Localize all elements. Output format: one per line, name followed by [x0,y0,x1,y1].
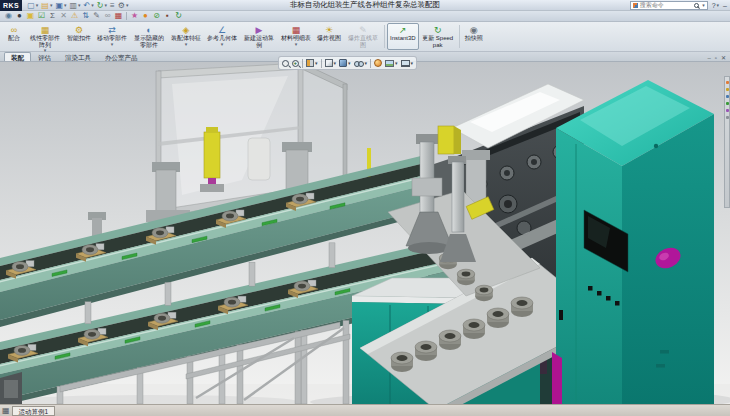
ribbon-button-材料明细表[interactable]: ▦材料明细表▾ [278,23,314,50]
minimize-button[interactable]: – [723,2,727,9]
save-icon[interactable]: ▣▾ [54,1,67,10]
control-cabinet[interactable] [552,80,714,404]
ribbon-button-label: 更新 Speedpak [422,35,454,48]
section-view-icon[interactable]: ▾ [306,59,318,67]
open-icon[interactable]: ▤▾ [40,1,53,10]
model-viewport[interactable] [0,62,730,404]
doc-minimize-icon[interactable]: – [707,55,710,61]
dropdown-arrow-icon[interactable]: ▾ [64,2,67,8]
dropdown-arrow-icon[interactable]: ▾ [91,2,94,8]
solidworks-logo: RKS [0,0,22,11]
edrawings-icon[interactable]: ⊘ [151,11,162,21]
tab-装配[interactable]: 装配 [4,52,31,61]
motion-manager-icon[interactable]: ★ [129,11,140,21]
ribbon-button-智能扣件[interactable]: ⚙智能扣件 [64,23,94,50]
tab-办公室产品[interactable]: 办公室产品 [98,52,145,61]
tab-评估[interactable]: 评估 [31,52,58,61]
screen-capture-icon[interactable]: ◉ [3,11,14,21]
ribbon-button-instant3d[interactable]: ↗Instant3D [387,23,419,50]
new-document-icon[interactable]: ▢▾ [26,1,39,10]
sustainability-icon[interactable]: ↻ [173,11,184,21]
ribbon-button-icon: ↻ [434,25,442,35]
dropdown-arrow-icon[interactable]: ▾ [126,2,129,8]
graphics-area[interactable]: ▾▾▾▾▾▾ [0,62,730,404]
dropdown-arrow-icon[interactable]: ▾ [221,42,224,46]
hide-show-items-icon[interactable]: ▾ [354,60,368,66]
dropdown-arrow-icon[interactable]: ▾ [365,60,368,66]
doc-restore-icon[interactable]: ▫ [715,55,717,61]
equations-icon[interactable]: Σ [47,11,58,21]
heads-up-view-toolbar: ▾▾▾▾▾▾ [278,56,417,70]
interference-detection-icon[interactable]: ⚠ [69,11,80,21]
doc-close-icon[interactable]: ✕ [721,54,726,61]
reorder-components-icon[interactable]: ⇅ [80,11,91,21]
print-icon[interactable]: ▥▾ [69,1,82,10]
ribbon-button-爆炸直线草图[interactable]: ✎爆炸直线草图 [344,23,382,50]
file-properties-icon[interactable]: ≡ [109,1,116,10]
tab-渲染工具[interactable]: 渲染工具 [58,52,98,61]
dropdown-arrow-icon[interactable]: ▾ [50,2,53,8]
dropdown-arrow-icon[interactable]: ▾ [334,60,337,66]
rebuild-icon[interactable]: ↻▾ [96,1,108,10]
search-dropdown-icon[interactable]: ▾ [702,2,705,8]
dropdown-arrow-icon[interactable]: ▾ [348,60,351,66]
dropdown-arrow-icon[interactable]: ▾ [111,42,114,46]
toolbox-icon[interactable]: ▪ [162,11,173,21]
view-settings-icon[interactable]: ▾ [401,60,414,67]
search-box[interactable]: ▾ [630,1,708,10]
dropdown-arrow-icon[interactable]: ▾ [315,60,318,66]
ribbon-button-装配体特征[interactable]: ◈装配体特征▾ [168,23,204,50]
zoom-fit-icon [282,60,289,67]
zoom-area-icon[interactable] [292,60,299,67]
ribbon-button-爆炸视图[interactable]: ☀爆炸视图 [314,23,344,50]
dropdown-arrow-icon[interactable]: ▾ [295,42,298,46]
dropdown-arrow-icon[interactable]: ▾ [78,2,81,8]
mate-tool-icon[interactable]: ∞ [102,11,113,21]
zoom-fit-icon[interactable] [282,60,289,67]
splitter-icon[interactable]: ▦ [2,406,10,415]
edit-appearance-icon[interactable] [374,59,382,67]
design-library-icon[interactable] [726,88,729,91]
ribbon-button-线性零部件阵列[interactable]: ▦线性零部件阵列▾ [26,23,64,50]
ribbon-button-icon: ▦ [292,25,301,35]
options-icon: ⚙ [118,1,125,10]
apply-scene-icon[interactable]: ▾ [385,60,398,67]
design-checker-icon[interactable]: ☑ [36,11,47,21]
dropdown-arrow-icon[interactable]: ▾ [411,60,414,66]
photoview-icon[interactable]: ● [140,11,151,21]
file-explorer-icon[interactable] [726,95,729,98]
ribbon-button-配合[interactable]: ∞配合 [2,23,26,50]
edit-component-icon[interactable]: ✎ [91,11,102,21]
ribbon-button-参考几何体[interactable]: ∠参考几何体▾ [204,23,240,50]
search-icon[interactable] [694,3,699,8]
search-input[interactable] [640,2,692,8]
custom-properties-icon[interactable] [726,116,729,119]
ribbon-button-移动零部件[interactable]: ⇄移动零部件▾ [94,23,130,50]
ribbon-button-显示隐藏的零部件[interactable]: ◐显示隐藏的零部件 [130,23,168,50]
view-palette-icon[interactable] [726,102,729,105]
dropdown-arrow-icon[interactable]: ▾ [185,42,188,46]
texture-icon[interactable]: ▣ [25,11,36,21]
sw-resources-icon[interactable] [726,81,729,84]
ribbon-button-拍快照[interactable]: ◉拍快照 [462,23,486,50]
help-button[interactable]: ?▾ [712,2,719,9]
dropdown-arrow-icon[interactable]: ▾ [395,60,398,66]
options-icon[interactable]: ⚙▾ [117,1,130,10]
task-pane-tab[interactable] [724,76,730,208]
zoom-area-icon [292,60,299,67]
dropdown-arrow-icon[interactable]: ▾ [105,2,108,8]
ribbon-button-新建运动算例[interactable]: ▶新建运动算例 [240,23,278,50]
bom-icon[interactable]: ▦ [113,11,124,21]
ribbon-button-icon: ◉ [470,25,478,35]
appearance-icon[interactable]: ● [14,11,25,21]
display-style-icon[interactable]: ▾ [339,59,351,67]
undo-icon[interactable]: ↶▾ [83,1,95,10]
ribbon-button-icon: ∞ [11,25,17,35]
ribbon-button-icon: ⇄ [108,25,116,35]
ribbon-button-更新-speedpak[interactable]: ↻更新 Speedpak [419,23,457,50]
appearances-icon[interactable] [726,109,729,112]
measure-icon[interactable]: ✕ [58,11,69,21]
dropdown-arrow-icon[interactable]: ▾ [36,2,39,8]
view-orientation-icon[interactable]: ▾ [325,59,337,67]
motion-study-tab[interactable]: 运动算例1 [12,406,56,416]
